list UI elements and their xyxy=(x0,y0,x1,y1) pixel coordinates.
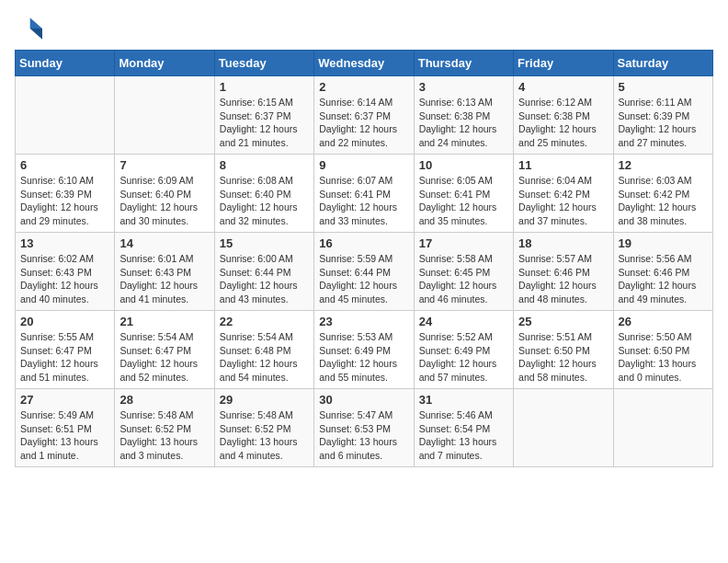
day-info: Sunrise: 5:50 AM Sunset: 6:50 PM Dayligh… xyxy=(619,330,708,385)
calendar-table: SundayMondayTuesdayWednesdayThursdayFrid… xyxy=(15,50,713,467)
day-info: Sunrise: 5:54 AM Sunset: 6:47 PM Dayligh… xyxy=(119,330,209,385)
header-cell-thursday: Thursday xyxy=(414,51,513,76)
day-number: 2 xyxy=(319,80,408,94)
day-info: Sunrise: 6:15 AM Sunset: 6:37 PM Dayligh… xyxy=(220,96,309,150)
day-number: 4 xyxy=(518,80,608,94)
day-number: 22 xyxy=(220,315,309,328)
week-row-1: 1Sunrise: 6:15 AM Sunset: 6:37 PM Daylig… xyxy=(16,76,713,155)
calendar-cell xyxy=(514,389,613,467)
day-number: 28 xyxy=(119,393,209,407)
calendar-cell: 27Sunrise: 5:49 AM Sunset: 6:51 PM Dayli… xyxy=(16,389,115,467)
day-number: 12 xyxy=(619,158,708,172)
calendar-body: 1Sunrise: 6:15 AM Sunset: 6:37 PM Daylig… xyxy=(16,76,713,467)
calendar-header: SundayMondayTuesdayWednesdayThursdayFrid… xyxy=(16,51,713,76)
calendar-cell: 13Sunrise: 6:02 AM Sunset: 6:43 PM Dayli… xyxy=(16,233,115,311)
day-info: Sunrise: 5:59 AM Sunset: 6:44 PM Dayligh… xyxy=(319,252,408,306)
calendar-cell: 25Sunrise: 5:51 AM Sunset: 6:50 PM Dayli… xyxy=(514,311,613,389)
day-number: 16 xyxy=(319,236,408,250)
day-number: 25 xyxy=(518,315,608,328)
day-number: 1 xyxy=(220,80,309,94)
day-info: Sunrise: 6:14 AM Sunset: 6:37 PM Dayligh… xyxy=(319,96,408,150)
day-info: Sunrise: 5:48 AM Sunset: 6:52 PM Dayligh… xyxy=(119,408,209,463)
svg-marker-0 xyxy=(30,17,42,29)
day-number: 10 xyxy=(419,158,508,172)
calendar-cell: 16Sunrise: 5:59 AM Sunset: 6:44 PM Dayli… xyxy=(314,233,414,311)
day-number: 18 xyxy=(518,236,608,250)
calendar-cell xyxy=(16,76,115,155)
day-number: 31 xyxy=(419,393,508,407)
day-info: Sunrise: 6:09 AM Sunset: 6:40 PM Dayligh… xyxy=(119,174,209,228)
calendar-cell: 20Sunrise: 5:55 AM Sunset: 6:47 PM Dayli… xyxy=(16,311,115,389)
calendar-cell: 30Sunrise: 5:47 AM Sunset: 6:53 PM Dayli… xyxy=(314,389,414,467)
day-number: 8 xyxy=(220,158,309,172)
day-info: Sunrise: 6:02 AM Sunset: 6:43 PM Dayligh… xyxy=(20,252,109,306)
calendar-cell: 6Sunrise: 6:10 AM Sunset: 6:39 PM Daylig… xyxy=(16,155,115,233)
week-row-2: 6Sunrise: 6:10 AM Sunset: 6:39 PM Daylig… xyxy=(16,155,713,233)
day-number: 29 xyxy=(220,393,309,407)
day-info: Sunrise: 5:57 AM Sunset: 6:46 PM Dayligh… xyxy=(518,252,608,306)
header-cell-wednesday: Wednesday xyxy=(314,51,414,76)
logo xyxy=(15,15,46,42)
day-number: 27 xyxy=(20,393,109,407)
calendar-cell: 26Sunrise: 5:50 AM Sunset: 6:50 PM Dayli… xyxy=(613,311,712,389)
header-cell-saturday: Saturday xyxy=(613,51,712,76)
calendar-cell: 14Sunrise: 6:01 AM Sunset: 6:43 PM Dayli… xyxy=(115,233,214,311)
header-cell-tuesday: Tuesday xyxy=(214,51,313,76)
day-info: Sunrise: 6:03 AM Sunset: 6:42 PM Dayligh… xyxy=(619,174,708,228)
day-info: Sunrise: 6:07 AM Sunset: 6:41 PM Dayligh… xyxy=(319,174,408,228)
day-info: Sunrise: 6:00 AM Sunset: 6:44 PM Dayligh… xyxy=(220,252,309,306)
day-info: Sunrise: 5:48 AM Sunset: 6:52 PM Dayligh… xyxy=(220,408,309,463)
calendar-cell: 5Sunrise: 6:11 AM Sunset: 6:39 PM Daylig… xyxy=(613,76,712,155)
calendar-cell: 10Sunrise: 6:05 AM Sunset: 6:41 PM Dayli… xyxy=(414,155,513,233)
calendar-cell: 8Sunrise: 6:08 AM Sunset: 6:40 PM Daylig… xyxy=(214,155,313,233)
day-number: 3 xyxy=(419,80,508,94)
day-number: 6 xyxy=(20,158,109,172)
calendar-cell xyxy=(613,389,712,467)
day-number: 13 xyxy=(20,236,109,250)
svg-marker-1 xyxy=(30,29,42,40)
header-cell-monday: Monday xyxy=(115,51,214,76)
day-info: Sunrise: 6:08 AM Sunset: 6:40 PM Dayligh… xyxy=(220,174,309,228)
day-info: Sunrise: 5:51 AM Sunset: 6:50 PM Dayligh… xyxy=(518,330,608,385)
day-number: 15 xyxy=(220,236,309,250)
day-number: 11 xyxy=(518,158,608,172)
day-info: Sunrise: 5:54 AM Sunset: 6:48 PM Dayligh… xyxy=(220,330,309,385)
day-info: Sunrise: 5:49 AM Sunset: 6:51 PM Dayligh… xyxy=(20,408,109,463)
day-number: 14 xyxy=(119,236,209,250)
calendar-cell: 17Sunrise: 5:58 AM Sunset: 6:45 PM Dayli… xyxy=(414,233,513,311)
week-row-4: 20Sunrise: 5:55 AM Sunset: 6:47 PM Dayli… xyxy=(16,311,713,389)
calendar-cell: 12Sunrise: 6:03 AM Sunset: 6:42 PM Dayli… xyxy=(613,155,712,233)
day-info: Sunrise: 5:46 AM Sunset: 6:54 PM Dayligh… xyxy=(419,408,508,463)
calendar-cell: 24Sunrise: 5:52 AM Sunset: 6:49 PM Dayli… xyxy=(414,311,513,389)
calendar-cell: 22Sunrise: 5:54 AM Sunset: 6:48 PM Dayli… xyxy=(214,311,313,389)
header-row: SundayMondayTuesdayWednesdayThursdayFrid… xyxy=(16,51,713,76)
calendar-cell: 15Sunrise: 6:00 AM Sunset: 6:44 PM Dayli… xyxy=(214,233,313,311)
calendar-cell: 1Sunrise: 6:15 AM Sunset: 6:37 PM Daylig… xyxy=(214,76,313,155)
calendar-cell: 9Sunrise: 6:07 AM Sunset: 6:41 PM Daylig… xyxy=(314,155,414,233)
calendar-cell: 3Sunrise: 6:13 AM Sunset: 6:38 PM Daylig… xyxy=(414,76,513,155)
day-info: Sunrise: 6:12 AM Sunset: 6:38 PM Dayligh… xyxy=(518,96,608,150)
calendar-cell: 18Sunrise: 5:57 AM Sunset: 6:46 PM Dayli… xyxy=(514,233,613,311)
week-row-5: 27Sunrise: 5:49 AM Sunset: 6:51 PM Dayli… xyxy=(16,389,713,467)
calendar-cell: 31Sunrise: 5:46 AM Sunset: 6:54 PM Dayli… xyxy=(414,389,513,467)
day-number: 17 xyxy=(419,236,508,250)
day-number: 19 xyxy=(619,236,708,250)
day-number: 21 xyxy=(119,315,209,328)
calendar-cell: 4Sunrise: 6:12 AM Sunset: 6:38 PM Daylig… xyxy=(514,76,613,155)
day-info: Sunrise: 6:04 AM Sunset: 6:42 PM Dayligh… xyxy=(518,174,608,228)
day-info: Sunrise: 5:55 AM Sunset: 6:47 PM Dayligh… xyxy=(20,330,109,385)
day-info: Sunrise: 5:56 AM Sunset: 6:46 PM Dayligh… xyxy=(619,252,708,306)
page-header xyxy=(15,15,713,42)
day-number: 23 xyxy=(319,315,408,328)
day-info: Sunrise: 5:52 AM Sunset: 6:49 PM Dayligh… xyxy=(419,330,508,385)
calendar-cell: 21Sunrise: 5:54 AM Sunset: 6:47 PM Dayli… xyxy=(115,311,214,389)
day-number: 20 xyxy=(20,315,109,328)
calendar-cell: 7Sunrise: 6:09 AM Sunset: 6:40 PM Daylig… xyxy=(115,155,214,233)
header-cell-friday: Friday xyxy=(514,51,613,76)
day-number: 24 xyxy=(419,315,508,328)
day-info: Sunrise: 5:53 AM Sunset: 6:49 PM Dayligh… xyxy=(319,330,408,385)
day-info: Sunrise: 6:10 AM Sunset: 6:39 PM Dayligh… xyxy=(20,174,109,228)
calendar-cell: 28Sunrise: 5:48 AM Sunset: 6:52 PM Dayli… xyxy=(115,389,214,467)
calendar-cell xyxy=(115,76,214,155)
day-info: Sunrise: 5:58 AM Sunset: 6:45 PM Dayligh… xyxy=(419,252,508,306)
